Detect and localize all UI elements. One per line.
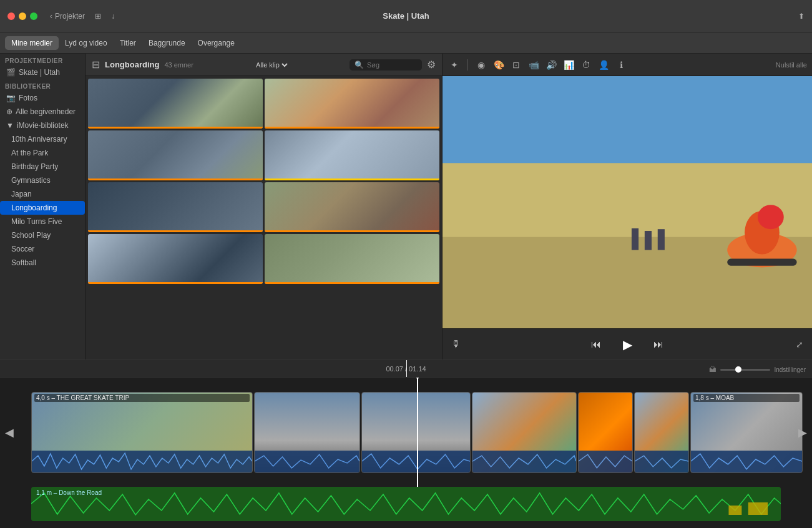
sidebar-item-birthday-party[interactable]: Birthday Party bbox=[0, 160, 85, 174]
duration-bar bbox=[265, 230, 439, 232]
sidebar-item-imovie-bibliotek[interactable]: ▼ iMovie-bibliotek bbox=[0, 119, 85, 132]
sidebar-item-softball[interactable]: Softball bbox=[0, 256, 85, 270]
filter-dropdown[interactable]: Alle klip bbox=[253, 61, 290, 69]
skip-forward-button[interactable]: ⏭ bbox=[649, 335, 668, 354]
sidebar-item-10th[interactable]: 10th Anniversary bbox=[0, 132, 85, 146]
download-button[interactable]: ↓ bbox=[111, 12, 115, 21]
sidebar-item-gymnastics[interactable]: Gymnastics bbox=[0, 174, 85, 187]
minimize-button[interactable] bbox=[19, 12, 26, 20]
grid-icon: ⊞ bbox=[95, 12, 101, 21]
speed-tool[interactable]: ⏱ bbox=[579, 58, 593, 72]
grid-view-icon[interactable]: ⊟ bbox=[92, 59, 100, 71]
traffic-lights bbox=[7, 12, 37, 20]
audio-tool[interactable]: 🔊 bbox=[544, 58, 558, 72]
tab-overgange[interactable]: Overgange bbox=[192, 36, 241, 50]
zoom-slider[interactable]: 🏔 Indstillinger bbox=[709, 365, 806, 374]
svg-rect-6 bbox=[727, 259, 796, 266]
media-thumbnail[interactable] bbox=[265, 234, 439, 284]
media-thumbnail[interactable] bbox=[88, 130, 263, 180]
timeline-clip[interactable] bbox=[472, 392, 577, 473]
svg-rect-10 bbox=[658, 229, 665, 250]
timeline-clip[interactable] bbox=[634, 392, 689, 473]
sidebar-item-longboarding[interactable]: Longboarding bbox=[0, 201, 85, 215]
timeline-clip[interactable] bbox=[254, 392, 360, 473]
reset-all-button[interactable]: Nulstil alle bbox=[776, 61, 807, 69]
playhead-handle bbox=[414, 378, 421, 380]
media-browser: ⊟ Longboarding 43 emner Alle klip 🔍 ⚙ bbox=[86, 54, 443, 359]
preview-video bbox=[443, 76, 812, 328]
close-button[interactable] bbox=[7, 12, 15, 20]
back-button[interactable]: ‹ Projekter bbox=[50, 12, 85, 21]
palette-tool[interactable]: 🎨 bbox=[492, 58, 506, 72]
clip-waveform bbox=[691, 451, 802, 472]
triangle-icon: ▼ bbox=[6, 121, 14, 130]
media-thumbnail[interactable] bbox=[265, 182, 439, 232]
settings-icon[interactable]: ⚙ bbox=[427, 59, 436, 71]
svg-rect-12 bbox=[748, 502, 768, 515]
photos-icon: 📷 bbox=[6, 94, 16, 102]
timeline-area: ◀ 4,0 s – THE GREAT SKATE TRIP bbox=[0, 378, 812, 528]
waveform-svg bbox=[32, 451, 252, 472]
search-input[interactable] bbox=[367, 61, 417, 69]
color-tool[interactable]: ◉ bbox=[474, 58, 488, 72]
skip-back-button[interactable]: ⏮ bbox=[587, 335, 605, 354]
media-toolbar: Mine medier Lyd og video Titler Baggrund… bbox=[0, 32, 812, 54]
media-thumbnail[interactable] bbox=[265, 79, 439, 129]
chevron-left-icon: ‹ bbox=[50, 12, 52, 21]
sidebar-item-alle-begivenheder[interactable]: ⊕ Alle begivenheder bbox=[0, 105, 85, 119]
share-icon: ⬆ bbox=[798, 12, 805, 21]
svg-rect-8 bbox=[632, 228, 638, 250]
waveform-svg bbox=[472, 451, 576, 472]
tab-baggrunde[interactable]: Baggrunde bbox=[142, 36, 192, 50]
sidebar-item-at-the-park[interactable]: At the Park bbox=[0, 146, 85, 160]
share-button[interactable]: ⬆ bbox=[798, 12, 805, 21]
media-thumbnail[interactable] bbox=[88, 79, 263, 129]
svg-rect-11 bbox=[728, 506, 741, 515]
timeline-clip[interactable] bbox=[578, 392, 633, 473]
waveform-svg bbox=[691, 451, 802, 472]
clip-waveform bbox=[472, 451, 576, 472]
maximize-button[interactable] bbox=[30, 12, 37, 20]
timeline-playhead bbox=[417, 378, 418, 487]
zoom-thumb[interactable] bbox=[735, 366, 741, 373]
crop-tool[interactable]: ⊡ bbox=[509, 58, 523, 72]
download-icon: ↓ bbox=[111, 12, 115, 21]
tab-titler[interactable]: Titler bbox=[114, 36, 142, 50]
tab-lyd-video[interactable]: Lyd og video bbox=[59, 36, 114, 50]
magic-wand-tool[interactable]: ✦ bbox=[448, 58, 461, 72]
play-button[interactable]: ▶ bbox=[618, 335, 637, 354]
sidebar: PROJEKTMEDIER 🎬 Skate | Utah BIBLIOTEKER… bbox=[0, 54, 86, 359]
sidebar-item-soccer[interactable]: Soccer bbox=[0, 242, 85, 256]
sidebar-item-japan[interactable]: Japan bbox=[0, 187, 85, 201]
search-box[interactable]: 🔍 bbox=[350, 59, 422, 71]
chart-tool[interactable]: 📊 bbox=[562, 58, 575, 72]
view-toggle-button[interactable]: ⊞ bbox=[95, 12, 101, 21]
tab-mine-medier[interactable]: Mine medier bbox=[5, 36, 59, 50]
fullscreen-button[interactable]: ⤢ bbox=[796, 340, 803, 350]
media-thumbnail[interactable] bbox=[88, 182, 263, 232]
timeline-scroll-left[interactable]: ◀ bbox=[5, 426, 14, 439]
sidebar-item-fotos[interactable]: 📷 Fotos bbox=[0, 91, 85, 105]
waveform-svg bbox=[255, 451, 360, 472]
zoom-track[interactable] bbox=[720, 369, 770, 371]
timeline-clips: ◀ 4,0 s – THE GREAT SKATE TRIP bbox=[0, 378, 812, 487]
timeline-clip[interactable] bbox=[361, 392, 471, 473]
timeline-clip[interactable]: 4,0 s – THE GREAT SKATE TRIP bbox=[31, 392, 253, 473]
sidebar-item-school-play[interactable]: School Play bbox=[0, 228, 85, 242]
zoom-icon: 🏔 bbox=[709, 365, 717, 374]
waveform-svg bbox=[362, 451, 470, 472]
microphone-icon[interactable]: 🎙 bbox=[451, 339, 461, 350]
camera-tool[interactable]: 📹 bbox=[527, 58, 541, 72]
sidebar-item-milo[interactable]: Milo Turns Five bbox=[0, 215, 85, 228]
clip-label: 4,0 s – THE GREAT SKATE TRIP bbox=[34, 394, 250, 402]
media-thumbnail[interactable] bbox=[265, 130, 439, 180]
sidebar-item-project[interactable]: 🎬 Skate | Utah bbox=[0, 66, 85, 79]
overlay-tool[interactable]: 👤 bbox=[597, 58, 610, 72]
main-content: PROJEKTMEDIER 🎬 Skate | Utah BIBLIOTEKER… bbox=[0, 54, 812, 359]
duration-bar bbox=[265, 282, 439, 284]
media-thumbnail[interactable] bbox=[88, 234, 263, 284]
info-tool[interactable]: ℹ bbox=[614, 58, 628, 72]
clip-waveform bbox=[635, 451, 688, 472]
timeline-scroll-right[interactable]: ▶ bbox=[798, 426, 807, 439]
timeline-clip[interactable]: 1,8 s – MOAB bbox=[690, 392, 803, 473]
